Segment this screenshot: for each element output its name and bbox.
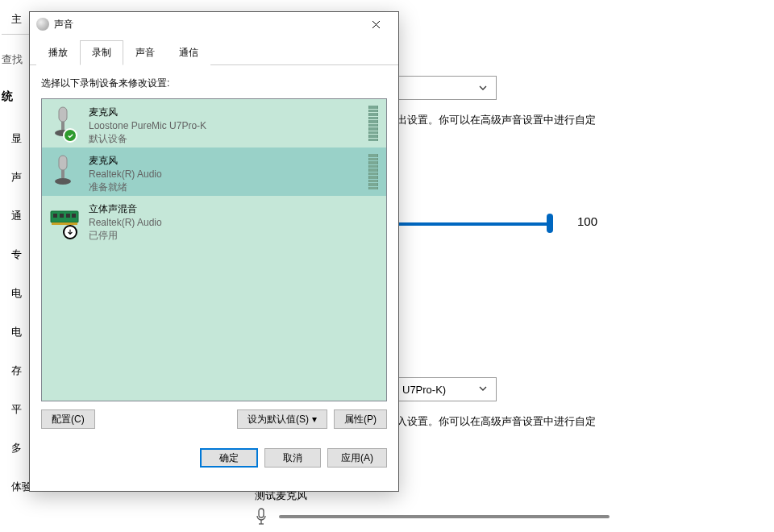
dialog-title: 声音 (54, 18, 360, 31)
svg-rect-12 (66, 214, 70, 218)
sidebar-item[interactable]: 电 (0, 320, 29, 344)
sidebar-item[interactable]: 多 (0, 436, 29, 460)
apply-button[interactable]: 应用(A) (327, 448, 387, 468)
tab-recording[interactable]: 录制 (80, 40, 123, 65)
dialog-actions: 确定 取消 应用(A) (30, 438, 398, 468)
microphone-icon (50, 154, 76, 186)
sidebar-item[interactable]: 专 (0, 243, 29, 267)
sidebar-item[interactable]: 体验共享 (0, 475, 29, 499)
sidebar-item[interactable]: 通 (0, 204, 29, 228)
sound-icon (36, 18, 49, 31)
dialog-body: 选择以下录制设备来修改设置: 麦克风 Loostone PureMic (30, 65, 398, 438)
chevron-down-icon (478, 384, 488, 393)
device-icon-wrap (50, 106, 82, 141)
tab-sounds[interactable]: 声音 (123, 40, 167, 65)
set-default-button[interactable]: 设为默认值(S) ▾ (237, 409, 327, 429)
disabled-badge-icon (63, 225, 77, 239)
dialog-tabs: 播放 录制 声音 通信 (30, 36, 398, 65)
device-name: 麦克风 (89, 154, 364, 168)
volume-slider-thumb[interactable] (547, 214, 553, 233)
device-text: 立体声混音 Realtek(R) Audio 已停用 (89, 202, 378, 243)
output-device-dropdown[interactable] (397, 76, 497, 100)
input-device-dropdown[interactable]: U7Pro-K) (397, 377, 497, 401)
test-microphone-row (255, 508, 610, 526)
device-item[interactable]: 立体声混音 Realtek(R) Audio 已停用 (42, 196, 386, 244)
device-status: 默认设备 (89, 132, 364, 146)
level-meter (368, 154, 378, 189)
ok-button[interactable]: 确定 (200, 448, 258, 468)
device-status: 已停用 (89, 229, 378, 243)
sidebar-item[interactable]: 显 (0, 127, 29, 151)
instruction-text: 选择以下录制设备来修改设置: (41, 77, 387, 90)
svg-rect-10 (53, 214, 57, 218)
sidebar-item[interactable]: 电 (0, 281, 29, 305)
device-name: 麦克风 (89, 106, 364, 119)
sidebar-item-home[interactable]: 主 (0, 7, 29, 31)
svg-point-8 (55, 178, 71, 185)
input-device-value-partial: U7Pro-K) (402, 384, 446, 396)
device-list[interactable]: 麦克风 Loostone PureMic U7Pro-K 默认设备 (41, 98, 387, 401)
svg-rect-3 (59, 107, 67, 122)
device-text: 麦克风 Realtek(R) Audio 准备就绪 (89, 154, 364, 194)
level-meter (368, 106, 378, 141)
svg-rect-13 (72, 214, 76, 218)
device-icon-wrap (50, 154, 82, 189)
device-description: Loostone PureMic U7Pro-K (89, 120, 364, 131)
microphone-icon (255, 508, 268, 526)
chevron-down-icon (478, 83, 488, 93)
device-status: 准备就绪 (89, 181, 364, 194)
svg-rect-4 (61, 122, 64, 130)
device-item[interactable]: 麦克风 Realtek(R) Audio 准备就绪 (42, 148, 386, 196)
svg-rect-0 (259, 509, 264, 517)
microphone-level-bar (279, 515, 610, 518)
tab-communications[interactable]: 通信 (167, 40, 210, 65)
svg-rect-11 (60, 214, 64, 218)
sidebar-item[interactable]: 存 (0, 359, 29, 383)
dropdown-arrow-icon: ▾ (312, 414, 317, 425)
device-text: 麦克风 Loostone PureMic U7Pro-K 默认设备 (89, 106, 364, 146)
configure-button[interactable]: 配置(C) (41, 409, 95, 429)
default-badge-icon (63, 128, 77, 143)
tab-playback[interactable]: 播放 (36, 40, 80, 65)
set-default-label: 设为默认值(S) (248, 413, 309, 426)
close-button[interactable] (360, 13, 392, 35)
sidebar-heading-partial: 统 (0, 85, 29, 109)
dialog-titlebar[interactable]: 声音 (30, 12, 398, 36)
volume-value: 100 (577, 214, 597, 228)
device-name: 立体声混音 (89, 202, 378, 216)
device-description: Realtek(R) Audio (89, 217, 378, 228)
input-description-partial: 入设置。你可以在高级声音设置中进行自定 (397, 414, 596, 429)
settings-sidebar: 主 查找 统 显 声 通 专 电 电 存 平 多 体验共享 (0, 0, 29, 532)
svg-rect-14 (52, 222, 77, 225)
sidebar-item[interactable]: 平 (0, 397, 29, 422)
pcb-icon (50, 209, 79, 227)
sound-dialog: 声音 播放 录制 声音 通信 选择以下录制设备来修改设置: (29, 11, 399, 492)
svg-rect-6 (59, 156, 67, 170)
device-icon-wrap (50, 202, 82, 238)
cancel-button[interactable]: 取消 (264, 448, 321, 468)
properties-button[interactable]: 属性(P) (334, 409, 387, 429)
device-item[interactable]: 麦克风 Loostone PureMic U7Pro-K 默认设备 (42, 99, 386, 148)
volume-slider-track[interactable] (397, 222, 551, 226)
device-actions-row: 配置(C) 设为默认值(S) ▾ 属性(P) (41, 409, 387, 429)
output-description-partial: 出设置。你可以在高级声音设置中进行自定 (397, 113, 596, 127)
sidebar-search-partial[interactable]: 查找 (0, 48, 29, 72)
sidebar-item[interactable]: 声 (0, 165, 29, 189)
svg-rect-7 (61, 170, 64, 178)
close-icon (372, 20, 381, 29)
device-description: Realtek(R) Audio (89, 168, 364, 180)
